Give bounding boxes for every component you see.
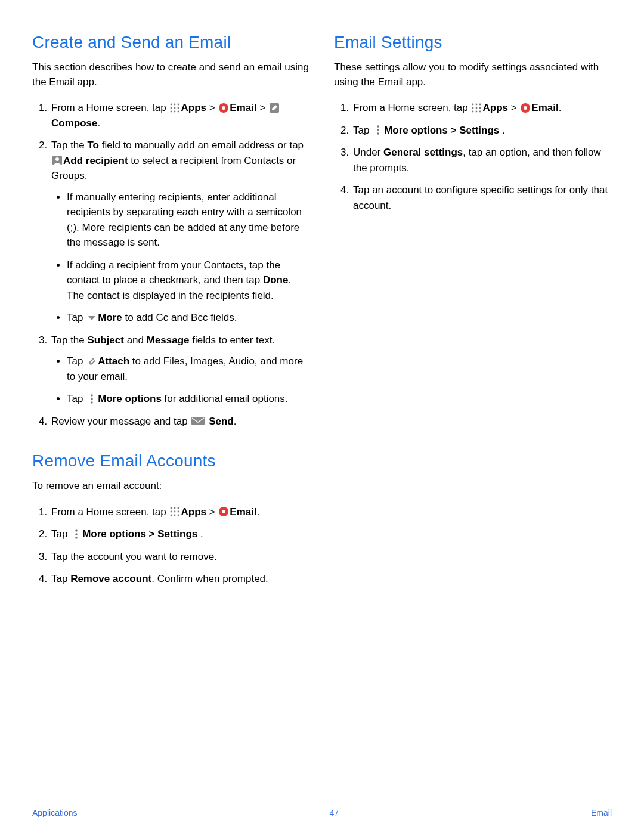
intro-create: This section describes how to create and… (32, 60, 310, 89)
step-2: Tap More options > Settings . (50, 527, 310, 542)
compose-icon (269, 103, 280, 113)
svg-point-10 (222, 106, 225, 110)
page-content: Create and Send an Email This section de… (0, 0, 644, 594)
footer-section: Applications (32, 808, 78, 817)
svg-point-40 (479, 110, 481, 112)
step-2: Tap the To field to manually add an emai… (50, 138, 310, 326)
svg-point-35 (472, 107, 474, 109)
step-4: Tap an account to configure specific set… (352, 182, 612, 213)
svg-point-14 (91, 394, 93, 397)
step-4: Review your message and tap Send. (50, 414, 310, 429)
svg-point-18 (171, 507, 172, 509)
svg-point-3 (171, 107, 172, 109)
svg-point-36 (476, 107, 478, 109)
heading-create-send: Create and Send an Email (32, 33, 310, 52)
email-icon (218, 506, 229, 517)
svg-point-34 (479, 103, 481, 105)
more-options-icon (86, 394, 97, 404)
svg-point-38 (472, 110, 474, 112)
step-1: From a Home screen, tap Apps > Email > C… (50, 100, 310, 131)
step-4: Tap Remove account. Confirm when prompte… (50, 571, 310, 587)
svg-point-22 (174, 511, 176, 513)
right-column: Email Settings These settings allow you … (334, 33, 612, 594)
svg-point-16 (91, 401, 93, 404)
step-3: Tap the Subject and Message fields to en… (50, 333, 310, 407)
settings-steps: From a Home screen, tap Apps > Email. Ta… (334, 100, 612, 213)
svg-point-45 (377, 132, 379, 135)
svg-point-7 (174, 110, 176, 112)
svg-point-5 (178, 107, 179, 109)
attach-icon (86, 356, 97, 367)
step-1: From a Home screen, tap Apps > Email. (352, 100, 612, 116)
apps-icon (169, 103, 180, 113)
svg-point-8 (178, 110, 179, 112)
svg-point-26 (178, 515, 179, 516)
heading-settings: Email Settings (334, 33, 612, 52)
svg-point-0 (171, 103, 172, 105)
chevron-down-icon (86, 312, 97, 323)
footer-page-number: 47 (329, 808, 339, 817)
footer-topic: Email (591, 808, 612, 817)
bullet: Tap More options for additional email op… (67, 391, 310, 407)
svg-point-23 (178, 511, 179, 513)
page-footer: Applications 47 Email (32, 808, 612, 817)
svg-point-30 (75, 533, 78, 535)
svg-point-33 (476, 103, 478, 105)
step-3: Tap the account you want to remove. (50, 549, 310, 565)
heading-remove: Remove Email Accounts (32, 451, 310, 470)
svg-point-42 (524, 106, 527, 110)
bullet: Tap Attach to add Files, Images, Audio, … (67, 354, 310, 384)
step-1: From a Home screen, tap Apps > Email. (50, 504, 310, 520)
apps-icon (471, 103, 482, 113)
svg-point-24 (171, 515, 172, 516)
svg-point-1 (174, 103, 176, 105)
svg-point-2 (178, 103, 179, 105)
svg-point-13 (55, 157, 59, 161)
svg-rect-17 (191, 417, 205, 425)
more-options-icon (373, 125, 383, 135)
svg-point-31 (75, 537, 78, 539)
send-icon (191, 416, 205, 426)
left-column: Create and Send an Email This section de… (32, 33, 310, 594)
bullet: If adding a recipient from your Contacts… (67, 258, 310, 304)
step-3: Under General settings, tap an option, a… (352, 145, 612, 175)
svg-point-20 (178, 507, 179, 509)
svg-point-25 (174, 515, 176, 516)
step-2-bullets: If manually entering recipients, enter a… (51, 190, 310, 326)
svg-point-37 (479, 107, 481, 109)
svg-point-21 (171, 511, 172, 513)
more-options-icon (71, 529, 82, 540)
svg-point-6 (171, 110, 172, 112)
email-icon (520, 103, 531, 113)
svg-point-43 (377, 125, 379, 128)
svg-point-39 (476, 110, 478, 112)
step-3-bullets: Tap Attach to add Files, Images, Audio, … (51, 354, 310, 407)
apps-icon (169, 506, 180, 517)
svg-point-15 (91, 398, 93, 400)
svg-point-29 (75, 529, 78, 532)
intro-remove: To remove an email account: (32, 479, 310, 494)
svg-point-28 (222, 510, 225, 513)
create-steps: From a Home screen, tap Apps > Email > C… (32, 100, 310, 429)
step-2: Tap More options > Settings . (352, 123, 612, 138)
svg-point-4 (174, 107, 176, 109)
bullet: Tap More to add Cc and Bcc fields. (67, 310, 310, 326)
svg-point-32 (472, 103, 474, 105)
svg-point-44 (377, 129, 379, 131)
svg-point-19 (174, 507, 176, 509)
remove-steps: From a Home screen, tap Apps > Email. Ta… (32, 504, 310, 587)
bullet: If manually entering recipients, enter a… (67, 190, 310, 250)
intro-settings: These settings allow you to modify setti… (334, 60, 612, 89)
contact-icon (52, 155, 63, 166)
email-icon (218, 103, 229, 113)
